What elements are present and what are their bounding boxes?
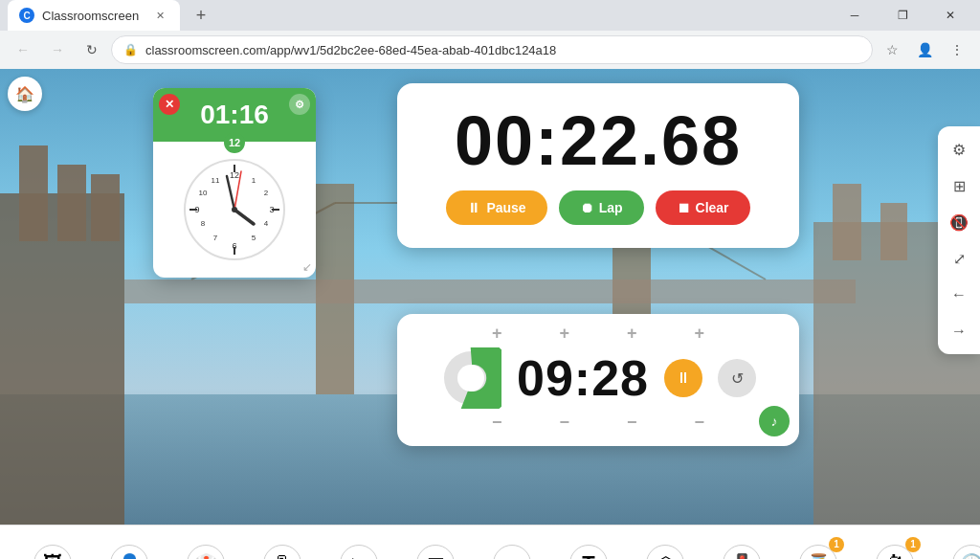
tool-item-media[interactable]: ▶media bbox=[322, 533, 396, 560]
tool-icon-draw: ✏ bbox=[493, 545, 531, 560]
svg-text:9: 9 bbox=[194, 205, 199, 214]
address-bar: ← → ↻ 🔒 classroomscreen.com/app/wv1/5d2b… bbox=[0, 31, 980, 69]
tool-item-qr-code[interactable]: ▦qr code bbox=[398, 533, 473, 560]
tab-favicon: C bbox=[19, 8, 34, 23]
home-button[interactable]: 🏠 bbox=[8, 77, 42, 111]
svg-text:8: 8 bbox=[201, 219, 206, 228]
timer-plus-seconds[interactable]: + bbox=[627, 324, 637, 344]
tool-item-work-symbols[interactable]: ⬡work symbols bbox=[628, 533, 702, 560]
tool-icon-traffic-light: 🚦 bbox=[723, 545, 761, 560]
svg-text:5: 5 bbox=[252, 234, 256, 242]
tool-icon-sound-level: 🎙 bbox=[263, 545, 301, 560]
analog-clock: 12 6 9 3 1 2 4 5 7 8 10 11 bbox=[182, 157, 287, 262]
tool-item-stopwatch[interactable]: 1⏱stopwatch bbox=[858, 533, 932, 560]
tab-title: Classroomscreen bbox=[42, 9, 139, 23]
clock-face-svg: 12 6 9 3 1 2 4 5 7 8 10 11 bbox=[182, 157, 287, 262]
sidebar-settings-button[interactable]: ⚙ bbox=[942, 132, 976, 167]
tool-icon-random-name: 👤 bbox=[110, 545, 148, 560]
timer-minus-hours[interactable]: − bbox=[492, 413, 502, 433]
timer-plus-hours[interactable]: + bbox=[492, 324, 502, 344]
svg-text:11: 11 bbox=[212, 176, 220, 185]
tool-badge-timer: 1 bbox=[829, 537, 844, 552]
svg-text:7: 7 bbox=[213, 234, 218, 242]
svg-text:2: 2 bbox=[264, 189, 269, 197]
menu-button[interactable]: ⋮ bbox=[942, 34, 972, 65]
lap-icon: ⏺ bbox=[580, 200, 593, 215]
title-bar: C Classroomscreen ✕ + ─ ❐ ✕ bbox=[0, 0, 980, 31]
clock-widget: ✕ ⚙ 01:16 12 12 bbox=[153, 88, 316, 278]
app-container: 🏠 ✕ ⚙ 01:16 12 bbox=[0, 69, 980, 525]
timer-time: 09:28 bbox=[517, 349, 649, 407]
svg-text:3: 3 bbox=[269, 205, 274, 214]
timer-bottom-controls: − − − − bbox=[420, 413, 776, 433]
svg-text:12: 12 bbox=[230, 170, 239, 180]
tool-item-background[interactable]: 🖼background bbox=[15, 533, 90, 560]
timer-plus-extra[interactable]: + bbox=[695, 324, 705, 344]
reload-button[interactable]: ↻ bbox=[77, 34, 107, 65]
timer-widget: + + + + 09:28 ⏸ ↺ bbox=[397, 314, 799, 446]
browser-toolbar: ☆ 👤 ⋮ bbox=[877, 34, 972, 65]
svg-text:6: 6 bbox=[232, 241, 236, 251]
sidebar-back-button[interactable]: ← bbox=[942, 278, 976, 312]
timer-reset-button[interactable]: ↺ bbox=[718, 359, 756, 397]
stopwatch-pause-button[interactable]: ⏸ Pause bbox=[446, 190, 546, 225]
clock-widget-settings-button[interactable]: ⚙ bbox=[289, 94, 310, 115]
tool-item-timer[interactable]: 1⏳timer bbox=[781, 533, 856, 560]
stopwatch-widget: 00:22.68 ⏸ Pause ⏺ Lap ⏹ Clear bbox=[397, 83, 799, 248]
browser-tab[interactable]: C Classroomscreen ✕ bbox=[8, 0, 180, 31]
timer-reset-icon: ↺ bbox=[731, 369, 744, 388]
sidebar-grid-button[interactable]: ⊞ bbox=[942, 168, 976, 203]
tool-item-sound-level[interactable]: 🎙sound level bbox=[245, 533, 320, 560]
tool-icon-dice: 🎲 bbox=[187, 545, 225, 560]
tab-close-button[interactable]: ✕ bbox=[151, 7, 168, 24]
timer-plus-minutes[interactable]: + bbox=[559, 324, 569, 344]
url-bar[interactable]: 🔒 classroomscreen.com/app/wv1/5d2bc2ee-6… bbox=[111, 35, 873, 64]
close-window-button[interactable]: ✕ bbox=[928, 0, 972, 31]
new-tab-button[interactable]: + bbox=[188, 2, 214, 29]
clock-widget-close-button[interactable]: ✕ bbox=[159, 94, 180, 115]
svg-text:1: 1 bbox=[252, 176, 256, 185]
home-icon: 🏠 bbox=[15, 85, 34, 103]
stopwatch-lap-button[interactable]: ⏺ Lap bbox=[559, 190, 644, 225]
timer-minus-seconds[interactable]: − bbox=[627, 413, 637, 433]
timer-music-button[interactable]: ♪ bbox=[759, 406, 790, 436]
tool-item-random-name[interactable]: 👤random name bbox=[92, 533, 167, 560]
forward-button[interactable]: → bbox=[42, 34, 73, 65]
tool-icon-clock: 🕐 bbox=[952, 545, 980, 560]
back-button[interactable]: ← bbox=[8, 34, 38, 65]
pause-icon: ⏸ bbox=[467, 200, 480, 215]
tool-item-clock[interactable]: 1🕐clock bbox=[934, 533, 980, 560]
clock-widget-time: 01:16 bbox=[200, 100, 269, 129]
timer-minus-minutes[interactable]: − bbox=[559, 413, 569, 433]
timer-pause-button[interactable]: ⏸ bbox=[664, 359, 702, 397]
timer-minus-extra[interactable]: − bbox=[695, 413, 705, 433]
lock-icon: 🔒 bbox=[123, 43, 138, 56]
tool-item-text[interactable]: Ttext bbox=[551, 533, 626, 560]
profile-button[interactable]: 👤 bbox=[909, 34, 940, 65]
stopwatch-clear-button[interactable]: ⏹ Clear bbox=[656, 190, 750, 225]
music-icon: ♪ bbox=[771, 414, 778, 429]
timer-top-controls: + + + + bbox=[420, 324, 776, 344]
tool-icon-background: 🖼 bbox=[33, 545, 72, 560]
timer-main: 09:28 ⏸ ↺ bbox=[420, 347, 776, 409]
restore-button[interactable]: ❐ bbox=[880, 0, 924, 31]
tool-badge-stopwatch: 1 bbox=[905, 537, 921, 552]
sidebar-mute-button[interactable]: 📵 bbox=[942, 205, 976, 239]
sidebar-forward-button[interactable]: → bbox=[942, 314, 976, 348]
tool-icon-media: ▶ bbox=[340, 545, 378, 560]
svg-point-37 bbox=[457, 365, 484, 391]
stopwatch-controls: ⏸ Pause ⏺ Lap ⏹ Clear bbox=[428, 190, 768, 225]
stopwatch-time: 00:22.68 bbox=[428, 106, 768, 175]
window-controls: ─ ❐ ✕ bbox=[833, 0, 972, 31]
url-text: classroomscreen.com/app/wv1/5d2bc2ee-68e… bbox=[145, 43, 860, 57]
minimize-button[interactable]: ─ bbox=[833, 0, 877, 31]
clock-widget-header: ✕ ⚙ 01:16 12 bbox=[153, 88, 316, 142]
analog-clock-container: 12 6 9 3 1 2 4 5 7 8 10 11 bbox=[153, 142, 316, 278]
tool-item-draw[interactable]: ✏draw bbox=[475, 533, 549, 560]
tool-item-traffic-light[interactable]: 🚦traffic light bbox=[704, 533, 779, 560]
bookmark-button[interactable]: ☆ bbox=[877, 34, 907, 65]
clock-resize-handle[interactable]: ↙ bbox=[302, 260, 312, 274]
sidebar-expand-button[interactable]: ⤢ bbox=[942, 241, 976, 276]
tool-item-dice[interactable]: 🎲dice bbox=[168, 533, 243, 560]
tool-icon-text: T bbox=[569, 545, 608, 560]
